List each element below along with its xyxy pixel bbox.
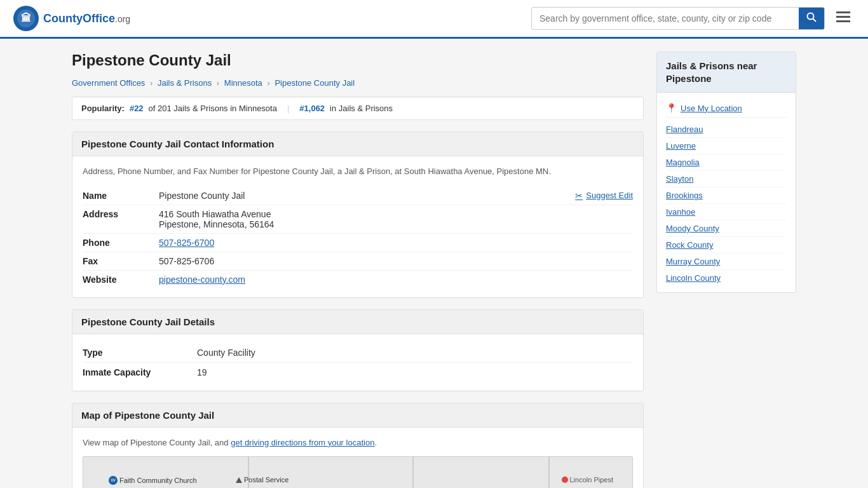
- sidebar: Jails & Prisons near Pipestone 📍 Use My …: [656, 51, 796, 488]
- search-bar: [531, 7, 825, 30]
- details-section-header: Pipestone County Jail Details: [72, 310, 643, 334]
- location-pin-icon: 📍: [666, 103, 677, 113]
- type-value: County Facility: [197, 348, 255, 358]
- svg-rect-5: [836, 11, 850, 13]
- type-label: Type: [83, 348, 197, 358]
- map-section: Map of Pipestone County Jail View map of…: [72, 403, 644, 489]
- logo-text: CountyOffice.org: [43, 12, 130, 25]
- lincoln-pin: [562, 477, 568, 483]
- contact-section: Pipestone County Jail Contact Informatio…: [72, 132, 644, 298]
- breadcrumb: Government Offices › Jails & Prisons › M…: [72, 78, 644, 88]
- popularity-rank2-text: in Jails & Prisons: [330, 104, 393, 113]
- header-right: [531, 7, 855, 30]
- details-row-capacity: Inmate Capacity 19: [83, 363, 633, 382]
- sidebar-body: 📍 Use My Location Flandreau Luverne Magn…: [657, 93, 796, 292]
- sidebar-link-murray-county[interactable]: Murray County: [666, 254, 787, 270]
- menu-button[interactable]: [831, 8, 855, 29]
- phone-link[interactable]: 507-825-6700: [159, 238, 214, 248]
- breadcrumb-current[interactable]: Pipestone County Jail: [275, 78, 355, 88]
- info-row-name: Name Pipestone County Jail ✂ Suggest Edi…: [83, 187, 633, 205]
- contact-section-header: Pipestone County Jail Contact Informatio…: [72, 132, 643, 156]
- map-road-vertical-3: [548, 457, 550, 488]
- search-button[interactable]: [799, 8, 824, 29]
- sidebar-link-lincoln-county[interactable]: Lincoln County: [666, 270, 787, 286]
- map-label-postal: Postal Service: [236, 476, 288, 484]
- sidebar-use-location[interactable]: 📍 Use My Location: [666, 99, 787, 118]
- phone-label: Phone: [83, 238, 159, 248]
- name-label: Name: [83, 191, 159, 201]
- website-value: pipestone-county.com: [159, 274, 633, 285]
- church-icon: W: [109, 476, 118, 485]
- sidebar-header: Jails & Prisons near Pipestone: [657, 52, 796, 93]
- details-row-type: Type County Facility: [83, 343, 633, 363]
- capacity-value: 19: [197, 367, 207, 377]
- map-description: View map of Pipestone County Jail, and g…: [83, 437, 633, 449]
- use-my-location-link[interactable]: Use My Location: [681, 104, 742, 113]
- search-icon: [806, 12, 817, 22]
- fax-value: 507-825-6706: [159, 256, 633, 266]
- sidebar-link-moody-county[interactable]: Moody County: [666, 220, 787, 237]
- svg-point-3: [808, 13, 814, 20]
- details-section-body: Type County Facility Inmate Capacity 19: [72, 334, 643, 391]
- main-container: Pipestone County Jail Government Offices…: [59, 39, 809, 488]
- search-input[interactable]: [532, 9, 799, 28]
- sidebar-link-rock-county[interactable]: Rock County: [666, 237, 787, 254]
- sidebar-link-flandreau[interactable]: Flandreau: [666, 121, 787, 138]
- contact-section-body: Address, Phone Number, and Fax Number fo…: [72, 156, 643, 297]
- svg-line-4: [813, 19, 817, 22]
- svg-rect-6: [836, 16, 850, 18]
- info-row-fax: Fax 507-825-6706: [83, 252, 633, 271]
- popularity-label: Popularity:: [81, 104, 125, 113]
- phone-value: 507-825-6700: [159, 238, 633, 248]
- name-value: Pipestone County Jail: [159, 191, 575, 201]
- website-link[interactable]: pipestone-county.com: [159, 274, 245, 285]
- address-label: Address: [83, 209, 159, 219]
- sidebar-link-ivanhoe[interactable]: Ivanhoe: [666, 204, 787, 220]
- details-section: Pipestone County Jail Details Type Count…: [72, 309, 644, 391]
- info-row-phone: Phone 507-825-6700: [83, 234, 633, 252]
- hamburger-icon: [836, 11, 850, 23]
- info-row-address: Address 416 South Hiawatha Avenue Pipest…: [83, 205, 633, 234]
- logo-icon: 🏛: [13, 5, 39, 32]
- breadcrumb-minnesota[interactable]: Minnesota: [224, 78, 262, 88]
- edit-icon: ✂: [575, 191, 583, 201]
- sidebar-link-slayton[interactable]: Slayton: [666, 171, 787, 187]
- page-title: Pipestone County Jail: [72, 51, 644, 69]
- breadcrumb-gov-offices[interactable]: Government Offices: [72, 78, 145, 88]
- popularity-bar: Popularity: #22 of 201 Jails & Prisons i…: [72, 97, 644, 120]
- content-area: Pipestone County Jail Government Offices…: [72, 51, 644, 488]
- map-road-vertical-2: [412, 457, 414, 488]
- map-section-body: View map of Pipestone County Jail, and g…: [72, 428, 643, 489]
- sidebar-link-luverne[interactable]: Luverne: [666, 138, 787, 154]
- popularity-rank2: #1,062: [299, 104, 325, 113]
- address-value: 416 South Hiawatha Avenue Pipestone, Min…: [159, 209, 633, 229]
- map-placeholder[interactable]: W Faith Community Church Postal Service …: [83, 456, 633, 488]
- fax-label: Fax: [83, 256, 159, 266]
- breadcrumb-jails[interactable]: Jails & Prisons: [158, 78, 212, 88]
- postal-icon: [236, 477, 242, 483]
- contact-description: Address, Phone Number, and Fax Number fo…: [83, 165, 633, 178]
- contact-info-table: Name Pipestone County Jail ✂ Suggest Edi…: [83, 187, 633, 288]
- svg-rect-7: [836, 20, 850, 22]
- map-section-header: Map of Pipestone County Jail: [72, 403, 643, 428]
- sidebar-link-brookings[interactable]: Brookings: [666, 187, 787, 204]
- site-header: 🏛 CountyOffice.org: [0, 0, 868, 39]
- sidebar-link-magnolia[interactable]: Magnolia: [666, 154, 787, 171]
- map-label-church: W Faith Community Church: [109, 476, 197, 485]
- logo[interactable]: 🏛 CountyOffice.org: [13, 5, 130, 32]
- driving-directions-link[interactable]: get driving directions from your locatio…: [231, 438, 374, 447]
- website-label: Website: [83, 274, 159, 285]
- details-table: Type County Facility Inmate Capacity 19: [83, 343, 633, 382]
- sidebar-box: Jails & Prisons near Pipestone 📍 Use My …: [656, 51, 796, 293]
- suggest-edit-button[interactable]: ✂ Suggest Edit: [575, 191, 633, 201]
- info-row-website: Website pipestone-county.com: [83, 271, 633, 288]
- popularity-rank1-text: of 201 Jails & Prisons in Minnesota: [149, 104, 277, 113]
- svg-text:🏛: 🏛: [21, 12, 31, 24]
- capacity-label: Inmate Capacity: [83, 367, 197, 377]
- popularity-rank1: #22: [130, 104, 144, 113]
- map-label-lincoln: Lincoln Pipest: [562, 476, 614, 484]
